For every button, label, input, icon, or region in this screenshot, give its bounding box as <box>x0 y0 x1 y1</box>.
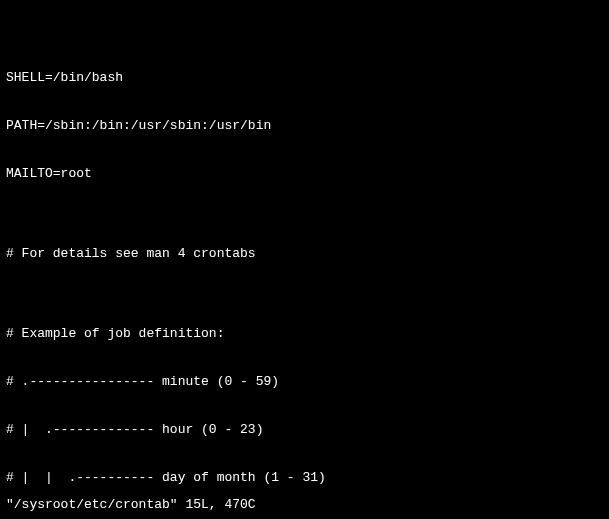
file-line: SHELL=/bin/bash <box>6 70 603 86</box>
file-line: # Example of job definition: <box>6 326 603 342</box>
vi-status-line: "/sysroot/etc/crontab" 15L, 470C <box>6 497 256 513</box>
file-line: PATH=/sbin:/bin:/usr/sbin:/usr/bin <box>6 118 603 134</box>
vi-editor-terminal[interactable]: SHELL=/bin/bash PATH=/sbin:/bin:/usr/sbi… <box>0 0 609 519</box>
file-line: # | | .---------- day of month (1 - 31) <box>6 470 603 486</box>
file-line: # .---------------- minute (0 - 59) <box>6 374 603 390</box>
file-line: # | .------------- hour (0 - 23) <box>6 422 603 438</box>
file-line: # For details see man 4 crontabs <box>6 246 603 262</box>
file-line: MAILTO=root <box>6 166 603 182</box>
file-content: SHELL=/bin/bash PATH=/sbin:/bin:/usr/sbi… <box>6 38 603 519</box>
